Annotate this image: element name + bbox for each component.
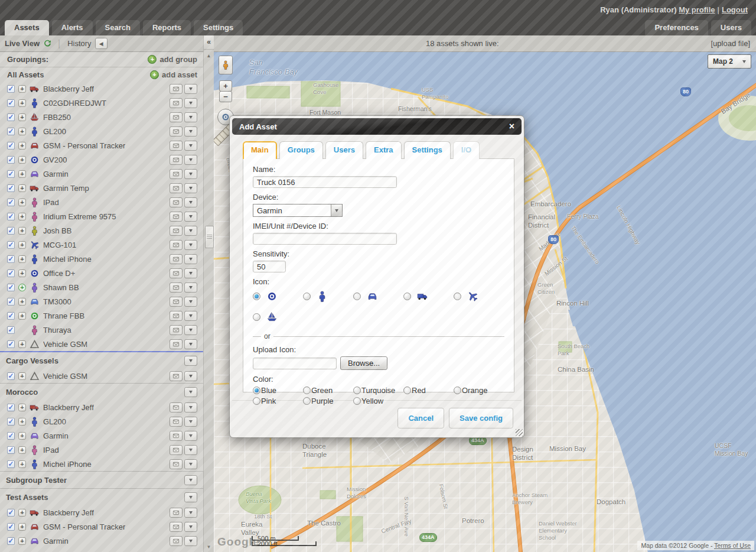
asset-row[interactable]: ✓+Garmin (0, 428, 203, 443)
upload-file-link[interactable]: [upload file] (711, 39, 751, 48)
color-option-red[interactable]: Red (403, 386, 454, 395)
message-button[interactable] (170, 197, 183, 207)
asset-menu-button[interactable] (184, 240, 197, 250)
radio-truck[interactable] (403, 293, 411, 300)
history-back-button[interactable]: ◀ (95, 38, 107, 49)
asset-menu-button[interactable] (184, 268, 197, 278)
asset-checkbox[interactable]: ✓ (7, 312, 15, 320)
tab-search[interactable]: Search (96, 20, 140, 35)
message-button[interactable] (170, 254, 183, 264)
asset-row[interactable]: ✓+TM3000 (0, 294, 203, 309)
refresh-icon[interactable] (43, 39, 52, 48)
dialog-tab-extra[interactable]: Extra (366, 141, 402, 159)
browse-button[interactable]: Browse... (340, 356, 387, 370)
asset-menu-button[interactable] (184, 254, 197, 264)
icon-option-car[interactable] (353, 291, 403, 302)
message-button[interactable] (170, 183, 183, 193)
asset-checkbox[interactable]: ✓ (7, 460, 15, 468)
radio-purple[interactable] (303, 397, 311, 405)
map-zoom-in-button[interactable]: + (219, 80, 232, 92)
expand-button[interactable]: + (18, 432, 26, 440)
group-menu-button[interactable] (184, 492, 197, 502)
asset-menu-button[interactable] (184, 283, 197, 293)
asset-row[interactable]: ✓+FBB250 (0, 110, 203, 124)
asset-row[interactable]: ✓+GL200 (0, 124, 203, 138)
expand-button[interactable]: + (18, 241, 26, 249)
message-button[interactable] (170, 508, 183, 518)
asset-checkbox[interactable]: ✓ (7, 269, 15, 277)
color-option-purple[interactable]: Purple (303, 397, 353, 405)
message-button[interactable] (170, 240, 183, 250)
message-button[interactable] (170, 226, 183, 236)
scroll-up-arrow[interactable]: ▲ (204, 53, 214, 59)
add-group-icon[interactable]: + (148, 55, 157, 64)
asset-menu-button[interactable] (184, 325, 197, 335)
asset-menu-button[interactable] (184, 226, 197, 236)
map-type-selector[interactable]: Map 2 (708, 54, 751, 69)
tab-reports[interactable]: Reports (143, 20, 191, 35)
group-menu-button[interactable] (184, 475, 197, 485)
asset-menu-button[interactable] (184, 339, 197, 349)
tab-assets[interactable]: Assets (5, 20, 49, 35)
expand-button[interactable]: + (18, 340, 26, 348)
expand-button[interactable]: + (18, 418, 26, 426)
select-dropdown-button[interactable] (331, 204, 342, 216)
asset-checkbox[interactable]: ✓ (7, 241, 15, 249)
radio-red[interactable] (403, 387, 411, 394)
live-view-label[interactable]: Live View (5, 39, 40, 48)
expand-button[interactable]: + (18, 255, 26, 263)
dialog-tab-users[interactable]: Users (325, 141, 363, 159)
message-button[interactable] (170, 445, 183, 455)
asset-menu-button[interactable] (184, 417, 197, 427)
asset-row[interactable]: ✓+Blackberry Jeff (0, 400, 203, 414)
close-icon[interactable]: × (509, 122, 514, 131)
asset-checkbox[interactable]: ✓ (7, 372, 15, 380)
message-button[interactable] (170, 98, 183, 108)
sensitivity-input[interactable] (253, 261, 286, 272)
asset-checkbox[interactable]: ✓ (7, 99, 15, 107)
asset-checkbox[interactable]: ✓ (7, 446, 15, 454)
asset-row[interactable]: ✓+MCG-101 (0, 238, 203, 252)
asset-checkbox[interactable]: ✓ (7, 128, 15, 135)
expand-button[interactable]: + (18, 537, 26, 545)
message-button[interactable] (170, 522, 183, 532)
expand-button[interactable]: + (18, 227, 26, 235)
asset-checkbox[interactable]: ✓ (7, 142, 15, 150)
radio-pink[interactable] (253, 397, 260, 405)
radio-plane[interactable] (454, 293, 461, 300)
expand-button[interactable]: + (18, 184, 26, 192)
message-button[interactable] (170, 126, 183, 137)
asset-menu-button[interactable] (184, 84, 197, 94)
icon-option-truck[interactable] (403, 291, 454, 302)
asset-checkbox[interactable]: ✓ (7, 113, 15, 121)
asset-menu-button[interactable] (184, 155, 197, 165)
expand-button[interactable]: + (18, 298, 26, 306)
asset-checkbox[interactable]: ✓ (7, 523, 15, 531)
message-button[interactable] (170, 212, 183, 222)
logout-link[interactable]: Logout (722, 5, 748, 14)
asset-row[interactable]: ✓+Blackberry Jeff (0, 505, 203, 519)
expand-button[interactable]: + (18, 269, 26, 277)
asset-menu-button[interactable] (184, 311, 197, 321)
asset-menu-button[interactable] (184, 169, 197, 179)
asset-checkbox[interactable]: ✓ (7, 156, 15, 164)
color-option-pink[interactable]: Pink (253, 397, 303, 405)
asset-menu-button[interactable] (184, 371, 197, 381)
asset-checkbox[interactable]: ✓ (7, 227, 15, 235)
cancel-button[interactable]: Cancel (397, 408, 444, 428)
asset-row[interactable]: ✓+GSM - Personal Tracker (0, 519, 203, 534)
add-asset-icon[interactable]: + (150, 70, 159, 79)
expand-button[interactable]: + (18, 85, 26, 93)
asset-menu-button[interactable] (184, 112, 197, 122)
add-asset-link[interactable]: add asset (162, 70, 197, 79)
radio-person[interactable] (303, 293, 311, 300)
tab-users[interactable]: Users (711, 20, 751, 35)
message-button[interactable] (170, 311, 183, 321)
street-view-pegman-button[interactable] (219, 56, 233, 74)
asset-menu-button[interactable] (184, 183, 197, 193)
asset-row[interactable]: ✓+GSM - Personal Tracker (0, 138, 203, 152)
asset-menu-button[interactable] (184, 126, 197, 137)
expand-button[interactable]: + (18, 199, 26, 206)
tab-preferences[interactable]: Preferences (645, 20, 708, 35)
asset-row[interactable]: ✓+Josh BB (0, 223, 203, 238)
